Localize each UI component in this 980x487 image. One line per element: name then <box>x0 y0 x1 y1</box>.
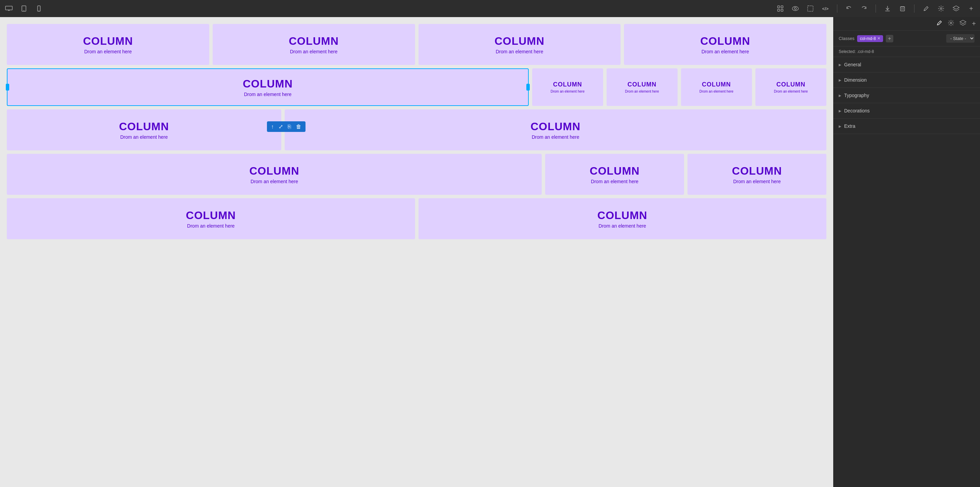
section-decorations-header[interactable]: ▶ Decorations <box>833 103 980 118</box>
col-title: COLUMN <box>249 165 299 177</box>
col-subtitle: Drom an element here <box>599 223 646 228</box>
col-block-4-2[interactable]: COLUMN Drom an element here <box>545 154 684 195</box>
col-subtitle: Drom an element here <box>733 179 781 184</box>
class-tag[interactable]: col-md-8 ✕ <box>857 35 883 42</box>
row-1: COLUMN Drom an element here COLUMN Drom … <box>7 24 826 65</box>
settings-icon[interactable] <box>936 4 946 13</box>
col-block-1-4[interactable]: COLUMN Drom an element here <box>624 24 826 65</box>
section-extra-label: Extra <box>844 123 856 129</box>
section-typography: ▶ Typography <box>833 88 980 103</box>
col-title: COLUMN <box>495 35 544 48</box>
section-decorations: ▶ Decorations <box>833 103 980 118</box>
col-title: COLUMN <box>530 120 580 133</box>
frame-icon[interactable] <box>806 4 815 13</box>
col-block-2-selected[interactable]: COLUMN Drom an element here <box>7 69 529 106</box>
svg-rect-7 <box>778 6 780 8</box>
pen-tool-icon[interactable] <box>921 4 931 13</box>
class-tag-label: col-md-8 <box>860 36 876 41</box>
col-title: COLUMN <box>732 165 782 177</box>
redo-icon[interactable] <box>859 4 869 13</box>
chevron-right-icon: ▶ <box>839 94 842 97</box>
section-general-label: General <box>844 62 861 67</box>
panel-pen-icon[interactable] <box>936 20 942 28</box>
svg-marker-23 <box>953 6 959 9</box>
resize-handle-left[interactable] <box>6 84 9 91</box>
svg-rect-9 <box>778 9 780 11</box>
section-extra-header[interactable]: ▶ Extra <box>833 118 980 134</box>
section-dimension-header[interactable]: ▶ Dimension <box>833 72 980 88</box>
col-title: COLUMN <box>553 81 582 88</box>
tablet-icon[interactable] <box>19 4 29 13</box>
panel-add-icon[interactable]: + <box>972 20 976 28</box>
col-subtitle: Drom an element here <box>187 223 234 228</box>
col-title: COLUMN <box>700 35 750 48</box>
undo-icon[interactable] <box>844 4 854 13</box>
section-dimension: ▶ Dimension <box>833 72 980 88</box>
col-block-5-2[interactable]: COLUMN Drom an element here <box>418 198 827 239</box>
col-subtitle: Drom an element here <box>591 179 638 184</box>
eye-icon[interactable] <box>791 4 800 13</box>
section-general: ▶ General <box>833 57 980 72</box>
col-block-4-1[interactable]: COLUMN Drom an element here <box>7 154 542 195</box>
section-extra: ▶ Extra <box>833 118 980 134</box>
panel-layers-icon[interactable] <box>959 20 966 28</box>
svg-point-24 <box>950 22 952 24</box>
col-block-2-2[interactable]: COLUMN Drom an element here <box>532 69 603 106</box>
col-block-1-1[interactable]: COLUMN Drom an element here <box>7 24 209 65</box>
col-block-2-3[interactable]: COLUMN Drom an element here <box>606 69 678 106</box>
trash-icon[interactable] <box>898 4 907 13</box>
col-block-3-1[interactable]: COLUMN Drom an element here <box>7 109 281 150</box>
col-title: COLUMN <box>289 35 339 48</box>
row-2: ↑ ⤢ ⎘ 🗑 COLUMN Drom an element here COLU… <box>7 69 826 106</box>
svg-point-6 <box>38 10 39 11</box>
resize-handle-right[interactable] <box>527 84 530 91</box>
svg-marker-25 <box>960 20 966 24</box>
mobile-icon[interactable] <box>34 4 44 13</box>
section-general-header[interactable]: ▶ General <box>833 57 980 72</box>
float-delete-button[interactable]: 🗑 <box>294 123 304 131</box>
svg-rect-10 <box>781 9 783 11</box>
toolbar: </> + <box>0 0 980 17</box>
float-move-button[interactable]: ⤢ <box>277 123 285 131</box>
col-block-3-2[interactable]: COLUMN Drom an element here <box>285 109 826 150</box>
col-subtitle: Drom an element here <box>244 92 291 97</box>
selected-label: Selected: <box>839 49 856 54</box>
col-block-5-1[interactable]: COLUMN Drom an element here <box>7 198 415 239</box>
class-tag-close[interactable]: ✕ <box>877 36 880 41</box>
code-icon[interactable]: </> <box>821 4 830 13</box>
col-subtitle: Drom an element here <box>699 89 733 93</box>
col-block-2-4[interactable]: COLUMN Drom an element here <box>681 69 752 106</box>
float-toolbar: ↑ ⤢ ⎘ 🗑 <box>267 121 305 132</box>
state-dropdown[interactable]: - State - Hover Active Focus <box>946 34 975 43</box>
canvas[interactable]: COLUMN Drom an element here COLUMN Drom … <box>0 17 833 487</box>
desktop-icon[interactable] <box>4 4 14 13</box>
download-icon[interactable] <box>883 4 892 13</box>
col-block-1-3[interactable]: COLUMN Drom an element here <box>418 24 621 65</box>
add-class-button[interactable]: + <box>886 35 893 42</box>
grid-icon[interactable] <box>776 4 785 13</box>
float-up-button[interactable]: ↑ <box>269 123 276 131</box>
add-panel-icon[interactable]: + <box>966 4 976 13</box>
col-block-1-2[interactable]: COLUMN Drom an element here <box>213 24 415 65</box>
col-title: COLUMN <box>186 209 236 222</box>
col-subtitle: Drom an element here <box>550 89 585 93</box>
col-title: COLUMN <box>590 165 640 177</box>
float-copy-button[interactable]: ⎘ <box>286 123 293 131</box>
col-block-4-3[interactable]: COLUMN Drom an element here <box>687 154 826 195</box>
panel-settings-icon[interactable] <box>948 20 954 28</box>
svg-point-4 <box>24 10 24 11</box>
layers-icon[interactable] <box>951 4 961 13</box>
col-subtitle: Drom an element here <box>702 49 749 54</box>
col-title: COLUMN <box>83 35 133 48</box>
selected-class: .col-md-8 <box>857 49 874 54</box>
col-block-2-5[interactable]: COLUMN Drom an element here <box>756 69 826 106</box>
col-subtitle: Drom an element here <box>496 49 543 54</box>
chevron-right-icon: ▶ <box>839 78 842 82</box>
col-title: COLUMN <box>243 78 293 90</box>
section-typography-header[interactable]: ▶ Typography <box>833 88 980 103</box>
row-5: COLUMN Drom an element here COLUMN Drom … <box>7 198 826 239</box>
row-3: COLUMN Drom an element here COLUMN Drom … <box>7 109 826 150</box>
col-title: COLUMN <box>597 209 647 222</box>
svg-rect-13 <box>808 6 813 11</box>
col-subtitle: Drom an element here <box>120 134 168 140</box>
